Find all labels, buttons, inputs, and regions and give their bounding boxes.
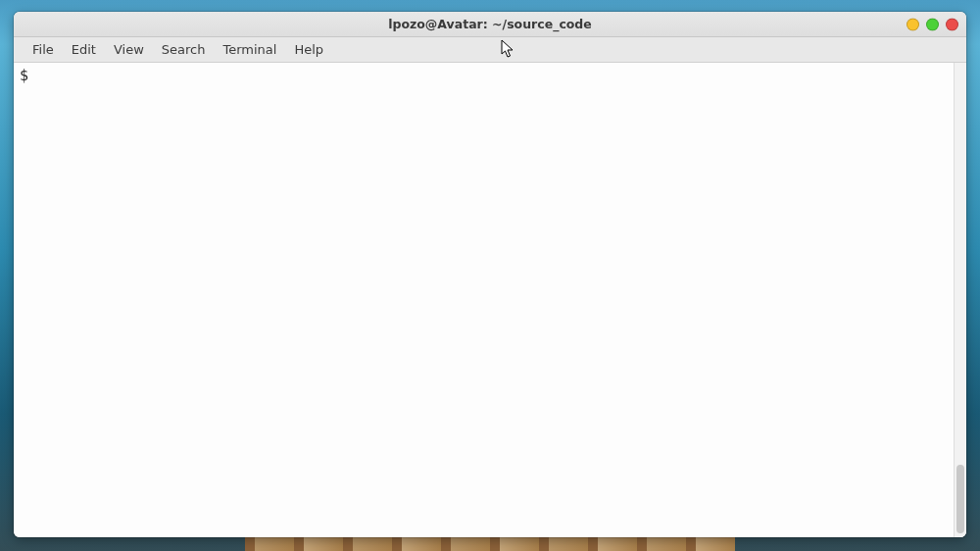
maximize-button[interactable] [926, 18, 939, 30]
terminal-prompt: $ [20, 67, 28, 84]
menu-terminal[interactable]: Terminal [214, 38, 285, 61]
menu-search[interactable]: Search [153, 38, 215, 61]
window-controls [906, 18, 958, 30]
titlebar[interactable]: lpozo@Avatar: ~/source_code [14, 12, 966, 37]
scrollbar-thumb[interactable] [956, 465, 964, 533]
terminal-content[interactable]: $ [14, 63, 954, 537]
menu-help[interactable]: Help [285, 38, 332, 61]
menu-view[interactable]: View [105, 38, 153, 61]
menu-file[interactable]: File [24, 38, 63, 61]
window-title: lpozo@Avatar: ~/source_code [388, 17, 592, 31]
terminal-area[interactable]: $ [14, 63, 966, 537]
minimize-button[interactable] [906, 18, 919, 30]
menubar: File Edit View Search Terminal Help [14, 37, 966, 63]
menu-edit[interactable]: Edit [63, 38, 105, 61]
terminal-window: lpozo@Avatar: ~/source_code File Edit Vi… [14, 12, 966, 537]
scrollbar-track[interactable] [954, 63, 966, 537]
close-button[interactable] [946, 18, 958, 30]
